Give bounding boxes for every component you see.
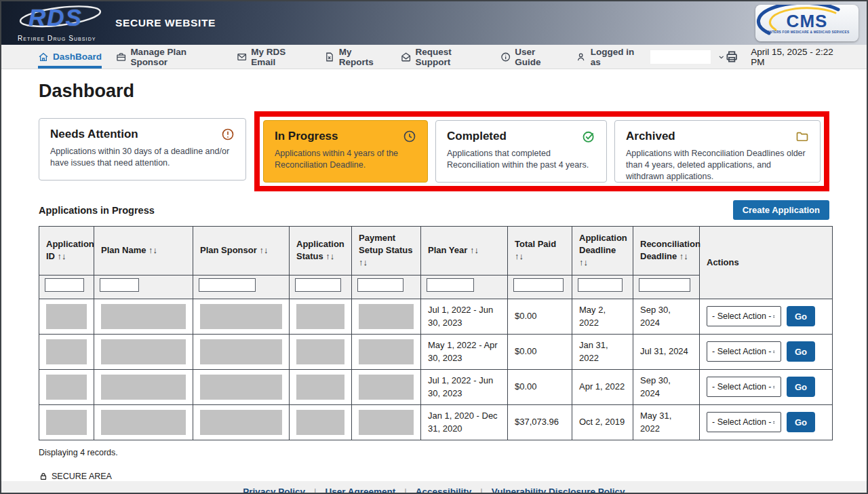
nav-item-manage-plan-sponsor[interactable]: Manage Plan Sponsor (116, 45, 222, 69)
actions-cell: - Select Action -Go (700, 404, 833, 440)
cell-plan_sponsor (193, 334, 290, 369)
card-in-progress[interactable]: In ProgressApplications within 4 years o… (263, 120, 428, 183)
select-action-dropdown[interactable]: - Select Action - (707, 377, 781, 397)
select-action-label: - Select Action - (712, 310, 772, 323)
cell-plan_sponsor (193, 299, 290, 334)
select-action-dropdown[interactable]: - Select Action - (707, 412, 781, 432)
go-button[interactable]: Go (787, 306, 815, 326)
chevron-down-icon (717, 53, 725, 61)
nav-item-request-support[interactable]: Request Support (401, 45, 486, 69)
redacted-value (296, 304, 344, 329)
cell-application_status (290, 369, 352, 404)
nav-item-my-reports[interactable]: My Reports (324, 45, 387, 69)
create-application-button[interactable]: Create Application (733, 200, 829, 220)
table-row: Jul 1, 2022 - Jun 30, 2023$0.00May 2, 20… (39, 299, 833, 334)
sort-icon[interactable]: ↑↓ (515, 251, 524, 261)
redacted-value (46, 375, 87, 400)
nav-item-label: Manage Plan Sponsor (130, 47, 222, 67)
secure-area-label: SECURE AREA (52, 472, 112, 481)
updown-icon (772, 418, 776, 427)
cms-caption: CENTERS FOR MEDICARE & MEDICAID SERVICES (765, 31, 850, 34)
footer-link-privacy-policy[interactable]: Privacy Policy (243, 487, 305, 494)
filter-total_paid-input[interactable] (513, 278, 564, 292)
card-description: Applications with Reconciliation Deadlin… (626, 148, 809, 183)
column-header-application_status[interactable]: Application Status ↑↓ (290, 227, 352, 276)
column-header-application_deadline[interactable]: Application Deadline ↑↓ (572, 227, 633, 276)
card-completed[interactable]: CompletedApplications that completed Rec… (435, 120, 607, 183)
cell-plan_year: Jan 1, 2020 - Dec 31, 2020 (421, 404, 508, 440)
column-label: Reconciliation Deadline (640, 239, 701, 261)
sort-icon[interactable]: ↑↓ (677, 251, 688, 261)
cell-plan_year: May 1, 2022 - Apr 30, 2023 (421, 334, 508, 369)
nav-item-dashboard[interactable]: DashBoard (38, 45, 102, 69)
redacted-value (46, 304, 87, 329)
cms-logo: CMS CENTERS FOR MEDICARE & MEDICAID SERV… (755, 5, 859, 41)
redacted-value (200, 375, 282, 400)
nav-item-user-guide[interactable]: User Guide (500, 45, 561, 69)
filter-application_deadline-input[interactable] (578, 278, 623, 292)
card-needs-attention[interactable]: Needs AttentionApplications within 30 da… (39, 118, 246, 180)
redacted-value (46, 410, 87, 435)
cell-application_deadline: Apr 1, 2022 (572, 369, 633, 404)
column-header-plan_year[interactable]: Plan Year ↑↓ (421, 227, 508, 276)
column-header-total_paid[interactable]: Total Paid ↑↓ (508, 227, 572, 276)
filter-payment_setup_status-input[interactable] (357, 278, 403, 292)
select-action-label: - Select Action - (712, 416, 772, 429)
sort-icon[interactable]: ↑↓ (257, 245, 269, 255)
filter-plan_sponsor-input[interactable] (199, 278, 256, 292)
sort-icon[interactable]: ↑↓ (146, 245, 157, 255)
card-title: Completed (447, 130, 507, 143)
filter-application_id-input[interactable] (45, 278, 84, 292)
filter-plan_name-input[interactable] (100, 278, 139, 292)
nav-items: DashBoardManage Plan SponsorMy RDS Email… (38, 45, 725, 69)
go-button[interactable]: Go (787, 341, 815, 362)
footer-link-user-agreement[interactable]: User Agreement (325, 487, 395, 494)
column-header-plan_name[interactable]: Plan Name ↑↓ (94, 227, 193, 276)
filter-reconciliation_deadline-input[interactable] (639, 278, 690, 292)
card-archived[interactable]: ArchivedApplications with Reconciliation… (614, 120, 821, 183)
cell-payment_setup_status (352, 299, 421, 334)
column-header-plan_sponsor[interactable]: Plan Sponsor ↑↓ (193, 227, 290, 276)
section-heading: Applications in Progress (39, 205, 155, 216)
redacted-value (101, 304, 186, 329)
sort-icon[interactable]: ↑↓ (359, 257, 368, 267)
sort-icon[interactable]: ↑↓ (55, 251, 66, 261)
logged-in-user-value[interactable] (650, 50, 710, 64)
sort-icon[interactable]: ↑↓ (323, 251, 335, 261)
footer-link-vulnerability-disclosure-policy[interactable]: Vulnerability Disclosure Policy (492, 487, 625, 494)
redacted-value (101, 410, 186, 435)
filter-plan_year-input[interactable] (427, 278, 474, 292)
cell-application_id (39, 369, 94, 404)
table-row: Jul 1, 2022 - Jun 30, 2023$0.00Apr 1, 20… (39, 369, 833, 404)
file-report-icon (324, 52, 334, 62)
column-header-application_id[interactable]: Application ID ↑↓ (39, 227, 94, 276)
briefcase-icon (116, 52, 126, 62)
nav-item-label: DashBoard (53, 52, 102, 62)
column-header-payment_setup_status[interactable]: Payment Setup Status ↑↓ (352, 227, 421, 276)
print-icon[interactable] (725, 50, 738, 64)
card-title: In Progress (275, 130, 338, 143)
select-action-dropdown[interactable]: - Select Action - (707, 341, 781, 362)
nav-item-my-rds-email[interactable]: My RDS Email (237, 45, 310, 69)
alert-icon (221, 128, 235, 141)
masthead: RDS Retiree Drug Subsidy SECURE WEBSITE … (1, 1, 867, 45)
card-description: Applications within 30 days of a deadlin… (50, 146, 235, 169)
table-row: Jan 1, 2020 - Dec 31, 2020$37,073.96Oct … (39, 404, 833, 440)
footer-link-accessibility[interactable]: Accessibility (416, 487, 472, 494)
sort-icon[interactable]: ↑↓ (467, 245, 479, 255)
column-header-reconciliation_deadline[interactable]: Reconciliation Deadline ↑↓ (633, 227, 700, 276)
nav-right: April 15, 2025 - 2:22 PM (725, 45, 846, 69)
nav-item-label: My Reports (339, 47, 387, 67)
sort-icon[interactable]: ↑↓ (579, 257, 588, 267)
go-button[interactable]: Go (787, 377, 815, 397)
go-button[interactable]: Go (787, 412, 815, 432)
select-action-dropdown[interactable]: - Select Action - (707, 306, 781, 326)
cell-reconciliation_deadline: Sep 30, 2024 (633, 369, 700, 404)
actions-cell: - Select Action -Go (700, 334, 833, 369)
cell-application_status (290, 299, 352, 334)
filter-application_status-input[interactable] (295, 278, 341, 292)
card-description: Applications that completed Reconciliati… (447, 148, 595, 171)
nav-item-logged-in-as[interactable]: Logged in as (576, 45, 725, 69)
cell-plan_year: Jul 1, 2022 - Jun 30, 2023 (421, 369, 508, 404)
table-row: May 1, 2022 - Apr 30, 2023$0.00Jan 31, 2… (39, 334, 833, 369)
